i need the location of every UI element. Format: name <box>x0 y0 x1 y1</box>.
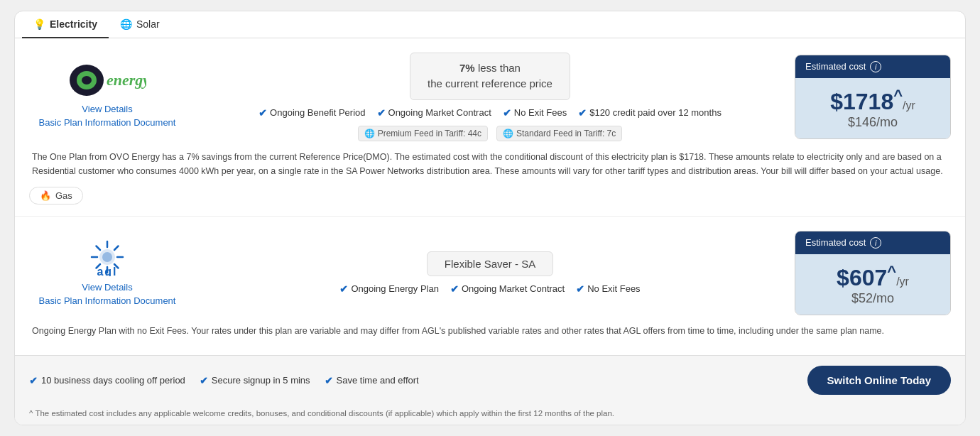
electricity-plan-row: energy View Details Basic Plan Informati… <box>29 53 951 141</box>
feature-credit: ✔ $120 credit paid over 12 months <box>578 107 722 119</box>
electricity-price-col: Estimated cost i $1718^/yr $146/mo <box>795 55 951 139</box>
gas-price-monthly: $52/mo <box>805 291 940 306</box>
gas-label-text: Gas <box>55 190 72 201</box>
gas-monthly-unit: /mo <box>873 291 894 305</box>
tariff-label-standard: Standard Feed in Tariff: 7c <box>516 129 616 138</box>
agl-view-details-link[interactable]: View Details <box>82 282 132 293</box>
electricity-yearly-unit: /yr <box>903 99 915 111</box>
svg-point-2 <box>82 76 92 85</box>
gas-plan-name: Flexible Saver - SA <box>445 258 535 270</box>
gas-plan-name-box: Flexible Saver - SA <box>427 251 553 276</box>
electricity-cost-label: Estimated cost <box>805 61 866 72</box>
gas-cost-body: $607^/yr $52/mo <box>795 254 950 315</box>
svg-line-8 <box>97 246 101 250</box>
gas-yearly-unit: /yr <box>896 276 909 288</box>
check-icon-3: ✔ <box>503 107 511 119</box>
footer-check-3: ✔ <box>325 375 333 386</box>
svg-point-13 <box>102 252 112 262</box>
svg-line-5 <box>114 246 119 250</box>
footer-features: ✔ 10 business days cooling off period ✔ … <box>29 375 419 386</box>
footer-feature-signup: ✔ Secure signup in 5 mins <box>200 375 310 386</box>
ovo-logo-svg: energy <box>68 62 146 98</box>
electricity-description: The One Plan from OVO Energy has a 7% sa… <box>29 141 951 184</box>
electricity-price-yearly: $1718^/yr <box>805 87 940 115</box>
tab-electricity[interactable]: 💡 Electricity <box>22 11 109 38</box>
gas-plan-row: agl View Details Basic Plan Information … <box>29 231 951 315</box>
feature-label-2: Ongoing Market Contract <box>388 107 491 118</box>
footer-check-1: ✔ <box>29 375 38 386</box>
electricity-plan-section: energy View Details Basic Plan Informati… <box>15 38 965 217</box>
feature-ongoing-market: ✔ Ongoing Market Contract <box>377 107 491 119</box>
feature-ongoing-benefit: ✔ Ongoing Benefit Period <box>258 107 365 119</box>
electricity-price-monthly: $146/mo <box>805 115 940 130</box>
gas-feature-label-3: No Exit Fees <box>587 283 640 294</box>
electricity-cost-body: $1718^/yr $146/mo <box>795 78 950 138</box>
tariff-standard: 🌐 Standard Feed in Tariff: 7c <box>496 126 622 141</box>
gas-description: Ongoing Energy Plan with no Exit Fees. Y… <box>29 315 951 344</box>
ovo-view-details-link[interactable]: View Details <box>82 104 132 114</box>
electricity-yearly-value: $1718 <box>830 89 893 114</box>
feature-label-1: Ongoing Benefit Period <box>270 107 365 118</box>
gas-plan-middle: Flexible Saver - SA ✔ Ongoing Energy Pla… <box>200 251 780 295</box>
reference-percent: 7% <box>459 62 475 74</box>
electricity-plan-middle: 7% less than the current reference price… <box>200 53 780 141</box>
tariff-row: 🌐 Premium Feed in Tariff: 44c 🌐 Standard… <box>358 126 623 141</box>
switch-online-button[interactable]: Switch Online Today <box>807 366 951 395</box>
agl-logo-wrap: agl <box>86 237 129 276</box>
footer-feature-label-3: Save time and effort <box>337 375 419 386</box>
agl-basic-plan-link[interactable]: Basic Plan Information Document <box>39 295 176 306</box>
main-card: 💡 Electricity 🌐 Solar energ <box>14 11 966 425</box>
footer-bar: ✔ 10 business days cooling off period ✔ … <box>15 355 965 405</box>
gas-price-yearly: $607^/yr <box>805 263 940 291</box>
gas-yearly-value: $607 <box>837 265 887 290</box>
gas-feature-label-2: Ongoing Market Contract <box>462 283 565 294</box>
gas-cost-header: Estimated cost i <box>795 231 950 254</box>
tariff-icon-premium: 🌐 <box>364 129 375 138</box>
agl-logo-svg: agl <box>86 237 129 276</box>
tariff-premium: 🌐 Premium Feed in Tariff: 44c <box>358 126 488 141</box>
tab-solar[interactable]: 🌐 Solar <box>109 11 171 38</box>
feature-no-exit: ✔ No Exit Fees <box>503 107 567 119</box>
gas-cost-label: Estimated cost <box>805 237 866 248</box>
ovo-logo: energy <box>68 62 146 98</box>
tariff-label-premium: Premium Feed in Tariff: 44c <box>378 129 481 138</box>
gas-info-icon[interactable]: i <box>870 237 881 249</box>
check-icon-2: ✔ <box>377 107 386 119</box>
ovo-basic-plan-link[interactable]: Basic Plan Information Document <box>39 117 176 128</box>
electricity-monthly-value: $146 <box>848 115 876 129</box>
electricity-monthly-unit: /mo <box>876 115 898 129</box>
reference-price-sub: the current reference price <box>428 77 552 89</box>
footer-check-2: ✔ <box>200 375 208 386</box>
footer-feature-label-1: 10 business days cooling off period <box>41 375 185 386</box>
gas-icon: 🔥 <box>40 190 51 201</box>
gas-monthly-value: $52 <box>851 291 873 305</box>
gas-caret: ^ <box>887 263 896 280</box>
gas-price-col: Estimated cost i $607^/yr $52/mo <box>795 231 951 315</box>
electricity-info-icon[interactable]: i <box>870 61 881 72</box>
ovo-logo-col: energy View Details Basic Plan Informati… <box>29 62 185 131</box>
electricity-icon: 💡 <box>33 18 45 30</box>
agl-logo-col: agl View Details Basic Plan Information … <box>29 237 185 309</box>
tab-electricity-label: Electricity <box>50 18 97 30</box>
footer-feature-cooling: ✔ 10 business days cooling off period <box>29 375 185 386</box>
gas-check-icon-2: ✔ <box>450 283 459 295</box>
svg-text:energy: energy <box>107 71 146 89</box>
svg-text:agl: agl <box>97 266 117 276</box>
gas-estimated-cost-card: Estimated cost i $607^/yr $52/mo <box>795 231 951 315</box>
check-icon-4: ✔ <box>578 107 587 119</box>
electricity-features-row: ✔ Ongoing Benefit Period ✔ Ongoing Marke… <box>258 107 722 119</box>
gas-check-icon-3: ✔ <box>576 283 584 295</box>
reference-less-than: less than <box>478 62 521 74</box>
gas-feature-ongoing-market: ✔ Ongoing Market Contract <box>450 283 565 295</box>
tab-solar-label: Solar <box>136 18 160 30</box>
check-icon-1: ✔ <box>258 107 267 119</box>
gas-check-icon-1: ✔ <box>339 283 348 295</box>
gas-feature-no-exit: ✔ No Exit Fees <box>576 283 640 295</box>
gas-section-label: 🔥 Gas <box>29 187 83 205</box>
electricity-caret: ^ <box>893 87 903 104</box>
electricity-cost-header: Estimated cost i <box>795 55 950 78</box>
footer-feature-label-2: Secure signup in 5 mins <box>212 375 310 386</box>
footnote: ^ The estimated cost includes any applic… <box>15 405 965 425</box>
tariff-icon-standard: 🌐 <box>503 129 513 138</box>
gas-plan-section: agl View Details Basic Plan Information … <box>15 217 965 355</box>
